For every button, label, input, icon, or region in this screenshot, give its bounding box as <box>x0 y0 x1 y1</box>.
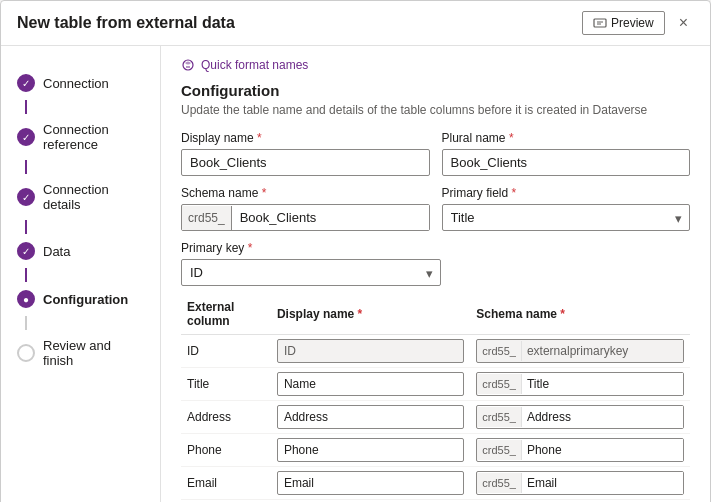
primary-key-select-wrap: ID ▾ <box>181 259 441 286</box>
cell-schema-1: crd55_ <box>470 368 690 401</box>
cell-display-4 <box>271 467 470 500</box>
table-row: Addresscrd55_ <box>181 401 690 434</box>
sidebar-label-data: Data <box>43 244 70 259</box>
sidebar-label-connection: Connection <box>43 76 109 91</box>
preview-icon <box>593 16 607 30</box>
preview-label: Preview <box>611 16 654 30</box>
display-name-input[interactable] <box>181 149 430 176</box>
display-name-label: Display name * <box>181 131 430 145</box>
step-indicator-connection-reference: ✓ <box>17 128 35 146</box>
display-input-0 <box>277 339 464 363</box>
connector-4 <box>25 268 27 282</box>
sidebar-item-data[interactable]: ✓ Data <box>1 234 160 268</box>
sidebar: ✓ Connection ✓ Connection reference ✓ Co… <box>1 46 161 502</box>
step-indicator-configuration: ● <box>17 290 35 308</box>
primary-key-select[interactable]: ID <box>181 259 441 286</box>
display-name-group: Display name * <box>181 131 430 176</box>
schema-name-prefix-wrap: crd55_ <box>181 204 430 231</box>
sidebar-item-connection-details[interactable]: ✓ Connection details <box>1 174 160 220</box>
cell-display-3 <box>271 434 470 467</box>
sidebar-label-review: Review and finish <box>43 338 144 368</box>
schema-prefix-3: crd55_ <box>477 440 522 460</box>
sidebar-label-connection-reference: Connection reference <box>43 122 144 152</box>
preview-button[interactable]: Preview <box>582 11 665 35</box>
schema-prefix-wrap-2: crd55_ <box>476 405 684 429</box>
cell-external-1: Title <box>181 368 271 401</box>
schema-input-2[interactable] <box>522 406 683 428</box>
form-row-2: Schema name * crd55_ Primary field * <box>181 186 690 231</box>
cell-external-4: Email <box>181 467 271 500</box>
schema-prefix-wrap-4: crd55_ <box>476 471 684 495</box>
plural-name-group: Plural name * <box>442 131 691 176</box>
primary-field-group: Primary field * Title ▾ <box>442 186 691 231</box>
primary-field-select[interactable]: Title <box>442 204 691 231</box>
form-row-1: Display name * Plural name * <box>181 131 690 176</box>
connector-5 <box>25 316 27 330</box>
table-header-row: External column Display name * Schema na… <box>181 296 690 335</box>
cell-external-0: ID <box>181 335 271 368</box>
cell-display-0 <box>271 335 470 368</box>
cell-display-1 <box>271 368 470 401</box>
header-right: Preview × <box>582 11 694 35</box>
columns-table-body: IDcrd55_Titlecrd55_Addresscrd55_Phonecrd… <box>181 335 690 503</box>
step-indicator-data: ✓ <box>17 242 35 260</box>
primary-key-label: Primary key * <box>181 241 441 255</box>
schema-name-prefix: crd55_ <box>182 206 232 230</box>
primary-field-select-wrap: Title ▾ <box>442 204 691 231</box>
columns-table: External column Display name * Schema na… <box>181 296 690 502</box>
schema-name-group: Schema name * crd55_ <box>181 186 430 231</box>
format-icon <box>181 58 195 72</box>
schema-input-3[interactable] <box>522 439 683 461</box>
quick-format[interactable]: Quick format names <box>181 58 690 72</box>
schema-input-4[interactable] <box>522 472 683 494</box>
table-row: Emailcrd55_ <box>181 467 690 500</box>
step-indicator-connection: ✓ <box>17 74 35 92</box>
col-header-display: Display name * <box>271 296 470 335</box>
primary-key-group: Primary key * ID ▾ <box>181 241 441 286</box>
plural-name-label: Plural name * <box>442 131 691 145</box>
schema-input-0 <box>522 340 683 362</box>
close-button[interactable]: × <box>673 12 694 34</box>
sidebar-item-configuration[interactable]: ● Configuration <box>1 282 160 316</box>
quick-format-label: Quick format names <box>201 58 308 72</box>
schema-name-input[interactable] <box>232 205 429 230</box>
cell-schema-0: crd55_ <box>470 335 690 368</box>
step-indicator-connection-details: ✓ <box>17 188 35 206</box>
primary-field-label: Primary field * <box>442 186 691 200</box>
table-row: Titlecrd55_ <box>181 368 690 401</box>
table-row: Phonecrd55_ <box>181 434 690 467</box>
sidebar-item-connection[interactable]: ✓ Connection <box>1 66 160 100</box>
cell-schema-3: crd55_ <box>470 434 690 467</box>
dialog: New table from external data Preview × ✓… <box>0 0 711 502</box>
plural-name-input[interactable] <box>442 149 691 176</box>
connector-2 <box>25 160 27 174</box>
schema-prefix-wrap-0: crd55_ <box>476 339 684 363</box>
main-content: Quick format names Configuration Update … <box>161 46 710 502</box>
form-row-3: Primary key * ID ▾ <box>181 241 690 286</box>
dialog-header: New table from external data Preview × <box>1 1 710 46</box>
cell-schema-4: crd55_ <box>470 467 690 500</box>
schema-prefix-1: crd55_ <box>477 374 522 394</box>
col-header-external: External column <box>181 296 271 335</box>
schema-input-1[interactable] <box>522 373 683 395</box>
table-row: IDcrd55_ <box>181 335 690 368</box>
schema-prefix-2: crd55_ <box>477 407 522 427</box>
display-input-3[interactable] <box>277 438 464 462</box>
svg-rect-0 <box>594 19 606 27</box>
display-input-4[interactable] <box>277 471 464 495</box>
schema-prefix-wrap-3: crd55_ <box>476 438 684 462</box>
connector-1 <box>25 100 27 114</box>
display-input-2[interactable] <box>277 405 464 429</box>
cell-display-2 <box>271 401 470 434</box>
sidebar-item-connection-reference[interactable]: ✓ Connection reference <box>1 114 160 160</box>
section-description: Update the table name and details of the… <box>181 103 690 117</box>
dialog-body: ✓ Connection ✓ Connection reference ✓ Co… <box>1 46 710 502</box>
step-indicator-review <box>17 344 35 362</box>
schema-prefix-4: crd55_ <box>477 473 522 493</box>
display-input-1[interactable] <box>277 372 464 396</box>
sidebar-item-review-and-finish[interactable]: Review and finish <box>1 330 160 376</box>
schema-prefix-wrap-1: crd55_ <box>476 372 684 396</box>
cell-external-3: Phone <box>181 434 271 467</box>
dialog-title: New table from external data <box>17 14 235 32</box>
sidebar-label-connection-details: Connection details <box>43 182 144 212</box>
